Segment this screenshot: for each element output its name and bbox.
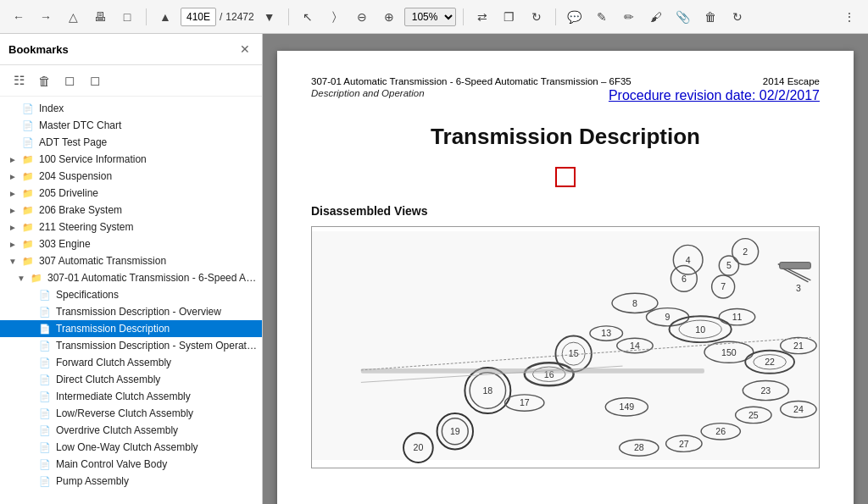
zoom-plus-button[interactable]: ⊕ [377, 5, 401, 29]
bookmark-label-pump-assembly: Pump Assembly [56, 475, 257, 487]
folder-icon-100-service: 📁 [22, 154, 34, 165]
arrow-303-engine: ► [8, 240, 19, 249]
add-bookmark-button[interactable]: ◻ [85, 70, 105, 91]
bookmark-label-204-suspension: 204 Suspension [39, 170, 257, 182]
comment-button[interactable]: 💬 [563, 5, 587, 29]
bookmark-item-direct-clutch[interactable]: 📄 Direct Clutch Assembly [0, 371, 262, 388]
pdf-main-title: Transmission Description [311, 124, 820, 150]
arrow-low-reverse-clutch [25, 409, 36, 418]
bookmark-item-low-reverse-clutch[interactable]: 📄 Low/Reverse Clutch Assembly [0, 405, 262, 422]
page-separator: / [220, 11, 222, 23]
zoom-minus-button[interactable]: ⊖ [350, 5, 374, 29]
page-number-input[interactable]: 410E [181, 8, 216, 26]
bookmark-item-303-engine[interactable]: ► 📁 303 Engine [0, 235, 262, 252]
bookmark-item-trans-desc-sys[interactable]: 📄 Transmission Description - System Oper… [0, 337, 262, 354]
forward-button[interactable]: → [34, 5, 58, 29]
bookmark-item-intermediate-clutch[interactable]: 📄 Intermediate Clutch Assembly [0, 388, 262, 405]
hand-tool[interactable]: 〉 [323, 5, 347, 29]
svg-text:25: 25 [748, 410, 759, 420]
undo-button[interactable]: ↻ [726, 5, 749, 29]
arrow-204-suspension: ► [8, 172, 19, 181]
page-navigation: ▲ 410E / 12472 ▼ [153, 5, 281, 29]
arrow-master-dtc [8, 121, 19, 130]
svg-text:21: 21 [793, 341, 804, 351]
highlight-button[interactable]: ✎ [590, 5, 614, 29]
bookmark-item-100-service[interactable]: ► 📁 100 Service Information [0, 151, 262, 168]
svg-text:11: 11 [732, 312, 743, 322]
bookmark-item-204-suspension[interactable]: ► 📁 204 Suspension [0, 168, 262, 185]
arrow-307-01: ▼ [17, 274, 27, 283]
bookmark-item-master-dtc[interactable]: 📄 Master DTC Chart [0, 117, 262, 134]
back-button[interactable]: ← [7, 5, 31, 29]
svg-text:6: 6 [682, 274, 687, 284]
bookmark-label-100-service: 100 Service Information [39, 153, 257, 165]
bookmark-label-low-one-way-clutch: Low One-Way Clutch Assembly [56, 441, 257, 453]
draw-button[interactable]: ✏ [617, 5, 641, 29]
arrow-index [8, 104, 19, 114]
pdf-header: 307-01 Automatic Transmission - 6-Speed … [311, 76, 820, 86]
svg-text:2: 2 [743, 246, 748, 257]
cursor-tool[interactable]: ↖ [296, 5, 320, 29]
sidebar-close-button[interactable]: ✕ [236, 41, 253, 58]
bookmark-label-forward-clutch: Forward Clutch Assembly [56, 357, 257, 368]
bookmark-item-forward-clutch[interactable]: 📄 Forward Clutch Assembly [0, 354, 262, 371]
svg-text:15: 15 [569, 349, 579, 359]
home-button[interactable]: △ [61, 5, 85, 29]
fit-page-button[interactable]: ❐ [498, 5, 521, 29]
delete-bookmark-button[interactable]: 🗑 [34, 70, 54, 91]
more-tools-button[interactable]: ⋮ [837, 5, 861, 29]
svg-text:10: 10 [695, 324, 705, 335]
stamp-button[interactable]: 🖌 [644, 5, 668, 29]
bookmark-item-307-01[interactable]: ▼ 📁 307-01 Automatic Transmission - 6-Sp… [0, 269, 262, 286]
arrow-low-one-way-clutch [25, 443, 36, 452]
bookmark-label-trans-desc-sys: Transmission Description - System Operat… [56, 340, 257, 352]
pdf-revision-date[interactable]: Procedure revision date: 02/2/2017 [609, 88, 820, 112]
expand-all-button[interactable]: ☷ [8, 70, 29, 91]
bookmark-item-307-auto-trans[interactable]: ▼ 📁 307 Automatic Transmission [0, 252, 262, 269]
doc-icon-low-one-way-clutch: 📄 [39, 442, 51, 453]
bookmark-label-211-steering: 211 Steering System [39, 221, 257, 233]
print-button[interactable]: 🖶 [88, 5, 112, 29]
bookmark-item-pump-assembly[interactable]: 📄 Pump Assembly [0, 473, 262, 490]
sidebar-title: Bookmarks [8, 43, 69, 56]
bookmark-item-main-control-valve[interactable]: 📄 Main Control Valve Body [0, 456, 262, 473]
bookmark-label-206-brake: 206 Brake System [39, 204, 257, 216]
svg-text:13: 13 [601, 328, 611, 338]
arrow-205-driveline: ► [8, 189, 19, 198]
pdf-viewer[interactable]: 307-01 Automatic Transmission - 6-Speed … [263, 34, 868, 504]
zoom-out-button[interactable]: □ [115, 5, 139, 29]
bookmark-item-trans-desc[interactable]: 📄 Transmission Description [0, 320, 262, 337]
svg-text:17: 17 [520, 397, 530, 407]
arrow-trans-desc-overview [25, 307, 36, 317]
bookmark-item-index[interactable]: 📄 Index [0, 100, 262, 117]
sidebar-content[interactable]: 📄 Index 📄 Master DTC Chart 📄 ADT Test Pa… [0, 97, 262, 504]
bookmark-label-direct-clutch: Direct Clutch Assembly [56, 374, 257, 385]
prev-page-button[interactable]: ▲ [153, 5, 177, 29]
bookmark-item-trans-desc-overview[interactable]: 📄 Transmission Description - Overview [0, 303, 262, 320]
bookmark-item-206-brake[interactable]: ► 📁 206 Brake System [0, 202, 262, 219]
bookmark-item-205-driveline[interactable]: ► 📁 205 Driveline [0, 185, 262, 202]
svg-text:8: 8 [632, 298, 637, 308]
arrow-direct-clutch [25, 375, 36, 385]
bookmark-item-low-one-way-clutch[interactable]: 📄 Low One-Way Clutch Assembly [0, 439, 262, 456]
bookmark-item-overdrive-clutch[interactable]: 📄 Overdrive Clutch Assembly [0, 422, 262, 439]
zoom-select[interactable]: 105% 75% 100% 125% 150% [404, 8, 456, 26]
attach-button[interactable]: 📎 [671, 5, 695, 29]
delete-button[interactable]: 🗑 [698, 5, 722, 29]
fit-width-button[interactable]: ⇄ [470, 5, 494, 29]
bookmark-label-adt-test: ADT Test Page [39, 136, 257, 148]
toolbar: ← → △ 🖶 □ ▲ 410E / 12472 ▼ ↖ 〉 ⊖ ⊕ 105% … [0, 0, 868, 34]
pdf-header-subtitle: Description and Operation [311, 88, 425, 98]
main-area: Bookmarks ✕ ☷ 🗑 ◻ ◻ 📄 Index 📄 Master DTC… [0, 34, 868, 504]
next-page-button[interactable]: ▼ [258, 5, 281, 29]
arrow-overdrive-clutch [25, 426, 36, 435]
bookmark-item-adt-test[interactable]: 📄 ADT Test Page [0, 134, 262, 151]
rotate-button[interactable]: ↻ [525, 5, 548, 29]
rename-bookmark-button[interactable]: ◻ [59, 70, 80, 91]
bookmark-item-specifications[interactable]: 📄 Specifications [0, 286, 262, 303]
bookmark-item-211-steering[interactable]: ► 📁 211 Steering System [0, 219, 262, 235]
arrow-100-service: ► [8, 155, 19, 164]
bookmark-label-overdrive-clutch: Overdrive Clutch Assembly [56, 424, 257, 436]
arrow-forward-clutch [25, 358, 36, 368]
svg-text:23: 23 [760, 385, 771, 396]
